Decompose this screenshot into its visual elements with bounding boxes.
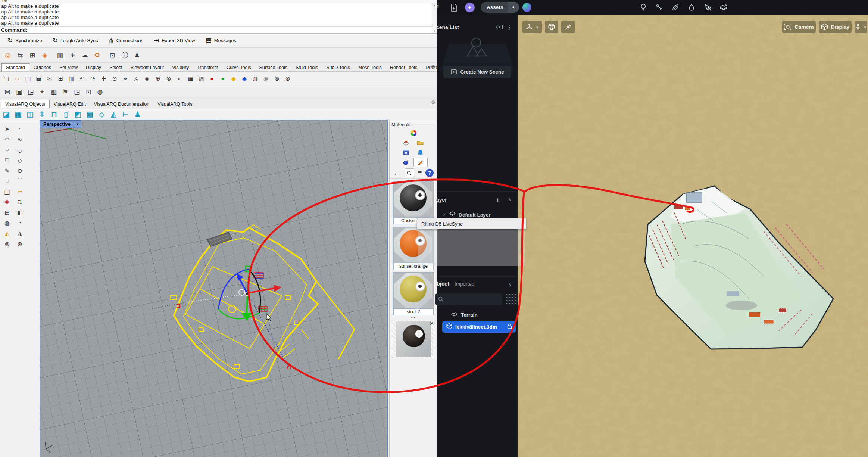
camera-button[interactable]: Camera	[782, 21, 816, 33]
tab-imported[interactable]: Imported	[455, 281, 474, 287]
light-tool-icon[interactable]	[639, 1, 648, 13]
d5-viewport[interactable]: ∨ Camera Display ∨	[518, 15, 868, 457]
toolbar-icon[interactable]: ⊞	[56, 74, 65, 84]
toolbar-icon[interactable]: ▥	[66, 74, 76, 84]
sidebar-tool-icon[interactable]: ⊙	[14, 166, 26, 175]
visualarq-tool-icon[interactable]: ▦	[13, 109, 24, 119]
toolbar-icon[interactable]: ⌖	[37, 87, 47, 97]
toolbar-icon[interactable]: ⚙	[91, 50, 103, 61]
visualarq-tool-icon[interactable]: ⊢	[120, 109, 131, 119]
search-icon[interactable]	[405, 168, 414, 177]
tab-surface-tools[interactable]: Surface Tools	[255, 64, 291, 71]
create-new-scene-button[interactable]: Create New Scene	[443, 66, 511, 78]
toolbar-icon[interactable]: ◐	[175, 74, 184, 84]
toolbar-icon[interactable]: ◍	[95, 87, 105, 97]
material-item[interactable]: stool 2	[393, 272, 434, 315]
toolbar-icon[interactable]: ⋈	[2, 87, 13, 97]
tab-standard[interactable]: Standard	[1, 63, 29, 71]
world-coordinates-button[interactable]	[545, 21, 558, 33]
gizmo-tool-button[interactable]: ∨	[522, 21, 542, 33]
toolbar-icon[interactable]: ◆	[240, 74, 249, 84]
notifications-bell-icon[interactable]	[413, 148, 427, 156]
toolbar-icon[interactable]: ●	[207, 74, 217, 84]
tab-cplanes[interactable]: CPlanes	[29, 64, 55, 71]
toolbar-icon[interactable]: ◍	[250, 74, 260, 84]
tab-mesh-tools[interactable]: Mesh Tools	[354, 64, 386, 71]
visualarq-gear-icon[interactable]: ⚙	[431, 99, 435, 105]
toolbar-icon[interactable]: ⇆	[15, 50, 26, 61]
sidebar-tool-icon[interactable]: ⊚	[1, 239, 13, 249]
toolbar-icon[interactable]: ∗	[67, 50, 78, 61]
toolbar-icon[interactable]: ◈	[39, 50, 50, 61]
viewport-title-tab[interactable]: Perspective ▼	[40, 120, 81, 128]
toolbar-icon[interactable]: ↶	[77, 74, 87, 84]
sidebar-tool-icon[interactable]: ◫	[1, 187, 13, 196]
toolbar-icon[interactable]: ◲	[25, 87, 36, 97]
add-asset-badge[interactable]: +	[465, 3, 475, 12]
kebab-menu-icon[interactable]: ⋮	[507, 24, 512, 31]
terrain-tool-icon[interactable]	[719, 1, 728, 13]
nature-tool-icon[interactable]	[671, 1, 680, 13]
tab-render-tools[interactable]: Render Tools	[386, 64, 421, 71]
viewport-dropdown-icon[interactable]: ▼	[74, 120, 81, 128]
tab-display[interactable]: Display	[82, 64, 105, 71]
help-window-icon[interactable]	[399, 148, 413, 156]
sidebar-tool-icon[interactable]: ⊛	[14, 239, 26, 249]
sidebar-tool-icon[interactable]: ✚	[1, 197, 13, 207]
sidebar-tool-icon[interactable]: ▱	[14, 187, 26, 196]
sidebar-tool-icon[interactable]: ◡	[14, 145, 26, 155]
sidebar-tool-icon[interactable]: ⌒	[14, 176, 26, 186]
toolbar-icon[interactable]: ●	[218, 74, 228, 84]
tab-visualarq-tools[interactable]: VisualARQ Tools	[153, 100, 196, 108]
visualarq-tool-icon[interactable]: ◭	[108, 109, 119, 119]
toolbar-icon[interactable]: ▦	[185, 74, 195, 84]
sidebar-tool-icon[interactable]: ◮	[14, 228, 26, 238]
grid-view-icon[interactable]	[506, 293, 518, 305]
paint-tab-icon[interactable]	[413, 158, 428, 167]
scroll-up-icon[interactable]: ▴	[432, 4, 437, 7]
display-button[interactable]: Display	[819, 21, 852, 33]
sidebar-tool-icon[interactable]: ○	[1, 145, 13, 155]
back-icon[interactable]: ←	[393, 169, 401, 177]
toolbar-icon[interactable]: ▤	[34, 74, 44, 84]
toolbar-icon[interactable]: ◬	[131, 74, 141, 84]
toolbar-icon[interactable]: ◫	[23, 74, 33, 84]
tree-item-imported-file[interactable]: lekkivälineet.3dm	[442, 321, 516, 333]
chevron-down-icon[interactable]: ∨	[509, 197, 512, 202]
messages-button[interactable]: ▤ Messages	[200, 35, 241, 46]
connections-button[interactable]: ⋔ Connections	[103, 35, 149, 46]
toolbar-icon[interactable]: ◆	[229, 74, 238, 84]
toolbar-icon[interactable]: ✂	[45, 74, 54, 84]
toolbar-gear-icon[interactable]: ⚙	[431, 64, 435, 70]
materials-splitter[interactable]: ▾▾	[390, 315, 437, 320]
tab-subd-tools[interactable]: SubD Tools	[322, 64, 354, 71]
hamburger-menu-icon[interactable]: ≡	[418, 169, 422, 177]
sidebar-tool-icon[interactable]: ·	[14, 124, 26, 134]
toolbar-icon[interactable]: ☁	[79, 50, 90, 61]
sidebar-tool-icon[interactable]: ◇	[14, 155, 26, 165]
gumball-x-arrow[interactable]	[250, 288, 274, 293]
sidebar-tool-icon[interactable]: ➤	[1, 124, 13, 134]
gumball-y-arrow[interactable]	[247, 294, 247, 314]
toggle-auto-sync-button[interactable]: ↻ Toggle Auto Sync	[47, 35, 103, 46]
sidebar-tool-icon[interactable]: ◍	[1, 218, 13, 228]
tab-visualarq-objects[interactable]: VisualARQ Objects	[1, 100, 50, 108]
tab-select[interactable]: Select	[105, 64, 127, 71]
tab-set-view[interactable]: Set View	[55, 64, 82, 71]
tab-visibility[interactable]: Visibility	[168, 64, 193, 71]
visualarq-tool-icon[interactable]: ⇕	[37, 109, 47, 119]
effects-tool-icon[interactable]	[687, 1, 696, 13]
hamburger-menu-icon[interactable]: ≡	[437, 3, 439, 11]
sidebar-tool-icon[interactable]: ◠	[1, 134, 13, 144]
search-input[interactable]	[435, 293, 502, 305]
toolbar-icon[interactable]: ◳	[72, 87, 82, 97]
close-icon[interactable]: ✕	[430, 320, 434, 326]
display-panel-icon[interactable]	[407, 129, 420, 137]
sidebar-tool-icon[interactable]: ⇅	[14, 197, 26, 207]
material-thumbnail[interactable]	[394, 273, 433, 308]
import-file-icon[interactable]	[449, 3, 458, 12]
toolbar-icon[interactable]: ↷	[88, 74, 98, 84]
toolbar-icon[interactable]: ▦	[49, 87, 59, 97]
visualarq-tool-icon[interactable]: ◪	[1, 109, 12, 119]
export-3d-view-button[interactable]: ⇥ Export 3D View	[149, 35, 200, 46]
